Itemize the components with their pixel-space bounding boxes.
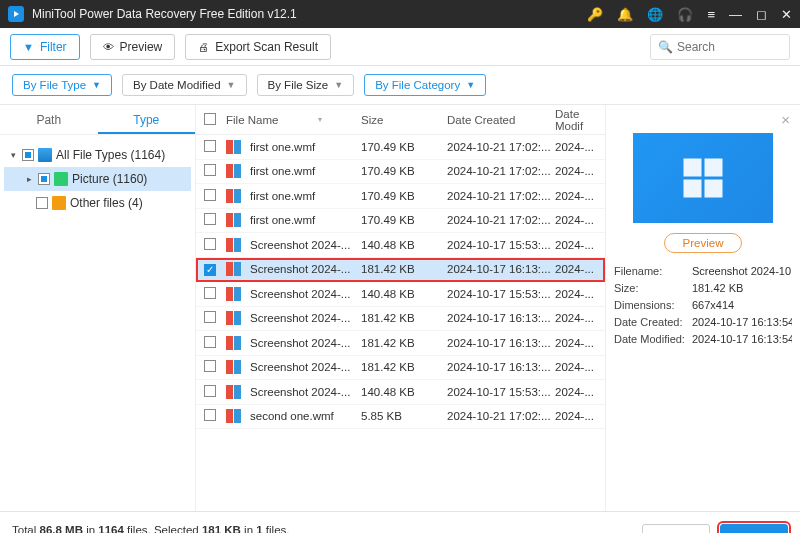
col-created[interactable]: Date Created	[447, 114, 555, 126]
picture-icon	[54, 172, 68, 186]
file-modified: 2024-...	[555, 263, 605, 275]
table-row[interactable]: Screenshot 2024-...140.48 KB2024-10-17 1…	[196, 380, 605, 405]
table-row[interactable]: Screenshot 2024-...140.48 KB2024-10-17 1…	[196, 233, 605, 258]
home-button[interactable]: Home	[642, 524, 710, 533]
file-modified: 2024-...	[555, 361, 605, 373]
file-icon	[226, 262, 242, 276]
minimize-icon[interactable]: —	[729, 7, 742, 22]
file-icon	[226, 360, 242, 374]
chip-by-date[interactable]: By Date Modified▼	[122, 74, 247, 96]
meta-label: Size:	[614, 282, 692, 294]
checkbox[interactable]	[204, 164, 216, 176]
col-size[interactable]: Size	[361, 114, 447, 126]
menu-icon[interactable]: ≡	[707, 7, 715, 22]
filter-button[interactable]: ▼Filter	[10, 34, 80, 60]
checkbox[interactable]	[204, 311, 216, 323]
chip-by-category[interactable]: By File Category▼	[364, 74, 486, 96]
file-created: 2024-10-17 16:13:...	[447, 312, 555, 324]
checkbox[interactable]	[36, 197, 48, 209]
status-bar: Total 86.8 MB in 1164 files. Selected 18…	[0, 511, 800, 533]
table-row[interactable]: first one.wmf170.49 KB2024-10-21 17:02:.…	[196, 135, 605, 160]
filter-label: Filter	[40, 40, 67, 54]
table-row[interactable]: first one.wmf170.49 KB2024-10-21 17:02:.…	[196, 160, 605, 185]
checkbox[interactable]	[204, 336, 216, 348]
col-modified[interactable]: Date Modif	[555, 108, 605, 132]
globe-icon[interactable]: 🌐	[647, 7, 663, 22]
file-size: 170.49 KB	[361, 214, 447, 226]
checkbox[interactable]	[204, 385, 216, 397]
file-created: 2024-10-17 15:53:...	[447, 386, 555, 398]
save-button[interactable]: Save	[720, 524, 788, 533]
file-modified: 2024-...	[555, 165, 605, 177]
file-icon	[226, 189, 242, 203]
file-icon	[226, 287, 242, 301]
file-modified: 2024-...	[555, 190, 605, 202]
file-name: first one.wmf	[250, 214, 315, 226]
preview-button[interactable]: 👁Preview	[90, 34, 176, 60]
table-row[interactable]: second one.wmf5.85 KB2024-10-21 17:02:..…	[196, 405, 605, 430]
folder-icon	[52, 196, 66, 210]
file-size: 170.49 KB	[361, 165, 447, 177]
table-row[interactable]: first one.wmf170.49 KB2024-10-21 17:02:.…	[196, 209, 605, 234]
table-row[interactable]: Screenshot 2024-...140.48 KB2024-10-17 1…	[196, 282, 605, 307]
table-row[interactable]: Screenshot 2024-...181.42 KB2024-10-17 1…	[196, 331, 605, 356]
file-size: 181.42 KB	[361, 337, 447, 349]
chevron-right-icon: ▸	[24, 174, 34, 184]
close-icon[interactable]: ×	[781, 111, 790, 128]
key-icon[interactable]: 🔑	[587, 7, 603, 22]
close-icon[interactable]: ✕	[781, 7, 792, 22]
file-modified: 2024-...	[555, 288, 605, 300]
chip-by-type[interactable]: By File Type▼	[12, 74, 112, 96]
file-name: second one.wmf	[250, 410, 334, 422]
table-row[interactable]: Screenshot 2024-...181.42 KB2024-10-17 1…	[196, 307, 605, 332]
checkbox[interactable]	[204, 189, 216, 201]
table-row[interactable]: first one.wmf170.49 KB2024-10-21 17:02:.…	[196, 184, 605, 209]
file-name: Screenshot 2024-...	[250, 386, 350, 398]
file-created: 2024-10-17 16:13:...	[447, 263, 555, 275]
file-modified: 2024-...	[555, 141, 605, 153]
file-size: 140.48 KB	[361, 386, 447, 398]
col-name[interactable]: File Name▾	[226, 114, 361, 126]
maximize-icon[interactable]: ◻	[756, 7, 767, 22]
tree-label: All File Types (1164)	[56, 148, 165, 162]
meta-value: Screenshot 2024-10	[692, 265, 792, 277]
tab-type[interactable]: Type	[98, 105, 196, 134]
file-created: 2024-10-21 17:02:...	[447, 141, 555, 153]
checkbox[interactable]	[204, 140, 216, 152]
file-modified: 2024-...	[555, 312, 605, 324]
checkbox[interactable]	[204, 213, 216, 225]
checkbox[interactable]	[22, 149, 34, 161]
file-created: 2024-10-17 16:13:...	[447, 361, 555, 373]
export-button[interactable]: 🖨Export Scan Result	[185, 34, 331, 60]
chip-by-size[interactable]: By File Size▼	[257, 74, 355, 96]
checkbox[interactable]	[38, 173, 50, 185]
file-size: 140.48 KB	[361, 239, 447, 251]
checkbox[interactable]	[204, 238, 216, 250]
checkbox[interactable]	[204, 360, 216, 372]
file-icon	[226, 238, 242, 252]
checkbox[interactable]: ✓	[204, 264, 216, 276]
tree-all-file-types[interactable]: ▾ All File Types (1164)	[4, 143, 191, 167]
toolbar: ▼Filter 👁Preview 🖨Export Scan Result 🔍	[0, 28, 800, 66]
preview-thumbnail	[633, 133, 773, 223]
tree-other-files[interactable]: Other files (4)	[4, 191, 191, 215]
table-row[interactable]: Screenshot 2024-...181.42 KB2024-10-17 1…	[196, 356, 605, 381]
file-created: 2024-10-17 15:53:...	[447, 288, 555, 300]
checkbox-all[interactable]	[204, 113, 216, 125]
checkbox[interactable]	[204, 409, 216, 421]
chevron-down-icon: ▾	[8, 150, 18, 160]
checkbox[interactable]	[204, 287, 216, 299]
tree-picture[interactable]: ▸ Picture (1160)	[4, 167, 191, 191]
bell-icon[interactable]: 🔔	[617, 7, 633, 22]
app-icon	[8, 6, 24, 22]
export-icon: 🖨	[198, 41, 209, 53]
tab-path[interactable]: Path	[0, 105, 98, 134]
file-modified: 2024-...	[555, 337, 605, 349]
table-row[interactable]: ✓Screenshot 2024-...181.42 KB2024-10-17 …	[196, 258, 605, 283]
headset-icon[interactable]: 🎧	[677, 7, 693, 22]
preview-open-button[interactable]: Preview	[664, 233, 743, 253]
filter-icon: ▼	[23, 41, 34, 53]
file-name: first one.wmf	[250, 190, 315, 202]
tree: ▾ All File Types (1164) ▸ Picture (1160)…	[0, 135, 195, 223]
file-modified: 2024-...	[555, 239, 605, 251]
